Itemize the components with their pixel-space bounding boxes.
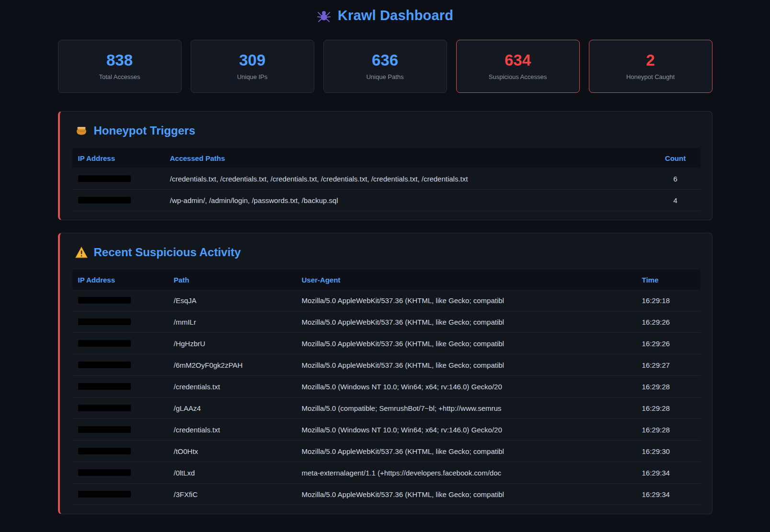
suspicious-table-header: IP Address Path User-Agent Time xyxy=(72,270,701,290)
user-agent-cell: Mozilla/5.0 (compatible; SemrushBot/7~bl… xyxy=(302,404,642,412)
table-row: /credentials.txt Mozilla/5.0 (Windows NT… xyxy=(72,376,701,397)
user-agent-cell: Mozilla/5.0 AppleWebKit/537.36 (KHTML, l… xyxy=(302,318,642,326)
stat-label: Total Accesses xyxy=(99,73,140,80)
stat-value: 634 xyxy=(505,52,531,68)
path-cell: /mmILr xyxy=(174,318,302,326)
stat-label: Honeypot Caught xyxy=(626,73,675,80)
suspicious-table-body: /EsqJA Mozilla/5.0 AppleWebKit/537.36 (K… xyxy=(72,290,701,505)
stat-value: 2 xyxy=(646,52,655,68)
table-row: /0ltLxd meta-externalagent/1.1 (+https:/… xyxy=(72,462,701,484)
stat-value: 636 xyxy=(372,52,398,68)
count-cell: 4 xyxy=(656,196,695,204)
time-cell: 16:29:30 xyxy=(642,447,695,455)
suspicious-panel: Recent Suspicious Activity IP Address Pa… xyxy=(58,233,713,514)
time-cell: 16:29:18 xyxy=(642,296,695,305)
ip-address-cell xyxy=(78,469,174,476)
ip-address-cell xyxy=(78,448,174,454)
table-row: /3FXfiC Mozilla/5.0 AppleWebKit/537.36 (… xyxy=(72,484,701,505)
page-title: Krawl Dashboard xyxy=(338,8,454,23)
time-cell: 16:29:34 xyxy=(642,469,695,477)
column-header-count: Count xyxy=(656,154,695,162)
redacted-ip-bar xyxy=(78,491,131,498)
stat-value: 309 xyxy=(239,52,265,68)
ip-address-cell xyxy=(78,491,174,498)
honeypot-panel: Honeypot Triggers IP Address Accessed Pa… xyxy=(58,111,713,220)
time-cell: 16:29:28 xyxy=(642,426,695,434)
honeypot-table-header: IP Address Accessed Paths Count xyxy=(72,148,701,168)
accessed-paths-cell: /credentials.txt, /credentials.txt, /cre… xyxy=(170,175,656,183)
redacted-ip-bar xyxy=(78,318,131,325)
table-row: /EsqJA Mozilla/5.0 AppleWebKit/537.36 (K… xyxy=(72,290,701,311)
time-cell: 16:29:26 xyxy=(642,340,695,348)
stat-card: 309 Unique IPs xyxy=(191,40,314,93)
redacted-ip-bar xyxy=(78,383,131,390)
path-cell: /3FXfiC xyxy=(174,490,302,498)
honeypot-panel-title: Honeypot Triggers xyxy=(94,124,195,137)
user-agent-cell: Mozilla/5.0 AppleWebKit/537.36 (KHTML, l… xyxy=(302,447,642,455)
column-header-path: Path xyxy=(174,276,302,284)
dashboard-container: Krawl Dashboard 838 Total Accesses 309 U… xyxy=(58,0,713,514)
time-cell: 16:29:28 xyxy=(642,383,695,391)
suspicious-panel-title: Recent Suspicious Activity xyxy=(94,246,241,259)
table-row: /tO0Htx Mozilla/5.0 AppleWebKit/537.36 (… xyxy=(72,441,701,462)
path-cell: /gLAAz4 xyxy=(174,404,302,412)
user-agent-cell: Mozilla/5.0 AppleWebKit/537.36 (KHTML, l… xyxy=(302,361,642,369)
honeypot-icon xyxy=(75,125,88,137)
stats-row: 838 Total Accesses 309 Unique IPs 636 Un… xyxy=(58,40,713,93)
table-row: /HgHzbrU Mozilla/5.0 AppleWebKit/537.36 … xyxy=(72,333,701,354)
path-cell: /EsqJA xyxy=(174,296,302,305)
column-header-time: Time xyxy=(642,276,695,284)
table-row: /wp-admin/, /admin/login, /passwords.txt… xyxy=(72,190,701,211)
honeypot-table: IP Address Accessed Paths Count /credent… xyxy=(72,148,701,211)
spider-icon xyxy=(317,9,331,23)
path-cell: /credentials.txt xyxy=(174,426,302,434)
time-cell: 16:29:26 xyxy=(642,318,695,326)
redacted-ip-bar xyxy=(78,297,131,304)
honeypot-title-row: Honeypot Triggers xyxy=(75,124,701,137)
ip-address-cell xyxy=(78,340,174,347)
table-row: /6mM2OyF0gk2zPAH Mozilla/5.0 AppleWebKit… xyxy=(72,354,701,376)
accessed-paths-cell: /wp-admin/, /admin/login, /passwords.txt… xyxy=(170,196,656,204)
column-header-paths: Accessed Paths xyxy=(170,154,656,162)
user-agent-cell: meta-externalagent/1.1 (+https://develop… xyxy=(302,469,642,477)
stat-label: Unique Paths xyxy=(366,73,403,80)
user-agent-cell: Mozilla/5.0 AppleWebKit/537.36 (KHTML, l… xyxy=(302,340,642,348)
ip-address-cell xyxy=(78,175,170,182)
redacted-ip-bar xyxy=(78,448,131,454)
column-header-user-agent: User-Agent xyxy=(302,276,642,284)
stat-card: 2 Honeypot Caught xyxy=(589,40,713,93)
suspicious-title-row: Recent Suspicious Activity xyxy=(75,246,701,259)
stat-label: Suspicious Accesses xyxy=(489,73,547,80)
redacted-ip-bar xyxy=(78,405,131,411)
table-row: /credentials.txt Mozilla/5.0 (Windows NT… xyxy=(72,419,701,441)
user-agent-cell: Mozilla/5.0 (Windows NT 10.0; Win64; x64… xyxy=(302,383,642,391)
count-cell: 6 xyxy=(656,175,695,183)
time-cell: 16:29:27 xyxy=(642,361,695,369)
redacted-ip-bar xyxy=(78,340,131,347)
honeypot-table-body: /credentials.txt, /credentials.txt, /cre… xyxy=(72,168,701,211)
page-header: Krawl Dashboard xyxy=(58,8,713,23)
time-cell: 16:29:28 xyxy=(642,404,695,412)
stat-card: 634 Suspicious Accesses xyxy=(456,40,580,93)
column-header-ip: IP Address xyxy=(78,276,174,284)
stat-card: 636 Unique Paths xyxy=(323,40,447,93)
ip-address-cell xyxy=(78,197,170,204)
table-row: /gLAAz4 Mozilla/5.0 (compatible; Semrush… xyxy=(72,397,701,419)
table-row: /mmILr Mozilla/5.0 AppleWebKit/537.36 (K… xyxy=(72,311,701,333)
ip-address-cell xyxy=(78,405,174,411)
ip-address-cell xyxy=(78,383,174,390)
redacted-ip-bar xyxy=(78,362,131,368)
ip-address-cell xyxy=(78,362,174,368)
table-row: /credentials.txt, /credentials.txt, /cre… xyxy=(72,168,701,190)
stat-value: 838 xyxy=(106,52,133,68)
user-agent-cell: Mozilla/5.0 AppleWebKit/537.36 (KHTML, l… xyxy=(302,490,642,498)
column-header-ip: IP Address xyxy=(78,154,170,162)
stat-label: Unique IPs xyxy=(237,73,268,80)
path-cell: /credentials.txt xyxy=(174,383,302,391)
ip-address-cell xyxy=(78,426,174,433)
user-agent-cell: Mozilla/5.0 AppleWebKit/537.36 (KHTML, l… xyxy=(302,296,642,305)
redacted-ip-bar xyxy=(78,469,131,476)
redacted-ip-bar xyxy=(78,175,131,182)
stat-card: 838 Total Accesses xyxy=(58,40,182,93)
redacted-ip-bar xyxy=(78,197,131,204)
